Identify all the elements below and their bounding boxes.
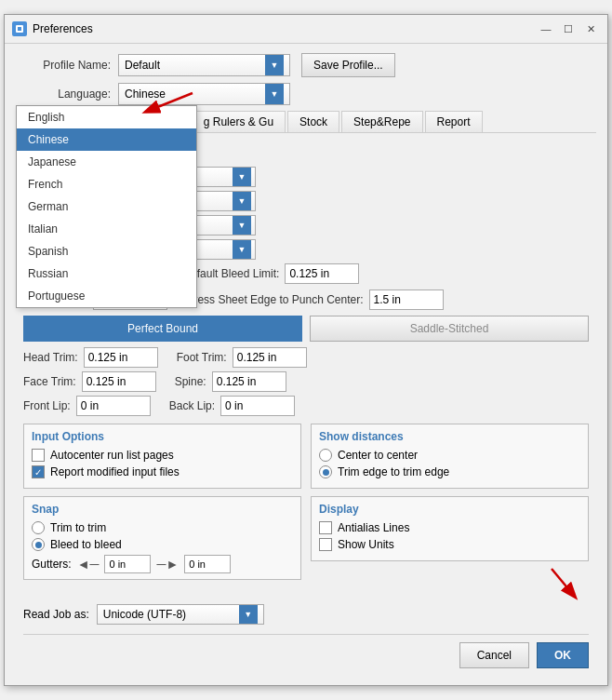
front-lip-input[interactable] [76, 396, 151, 416]
autocenter-label: Autocenter run list pages [50, 449, 174, 462]
report-modified-checkbox[interactable] [32, 465, 45, 478]
ok-arrow-area [311, 569, 589, 597]
bleed-limit-item: Default Bleed Limit: [182, 263, 359, 284]
tab-report[interactable]: Report [425, 111, 483, 132]
antialias-row: Antialias Lines [319, 521, 580, 534]
foot-trim-item: Foot Trim: [177, 347, 307, 368]
antialias-label: Antialias Lines [338, 521, 409, 534]
profile-dropdown-arrow: ▼ [265, 55, 284, 75]
maximize-button[interactable]: ☐ [559, 20, 578, 37]
svg-rect-1 [18, 27, 21, 31]
face-spine-row: Face Trim: Spine: [23, 371, 589, 392]
trim-edge-label: Trim edge to trim edge [338, 465, 449, 478]
punch-center-label: Press Sheet Edge to Punch Center: [186, 293, 363, 306]
lang-option-german[interactable]: German [17, 195, 196, 218]
default-w-arrow: ▼ [233, 168, 251, 186]
antialias-checkbox[interactable] [319, 521, 332, 534]
head-trim-label: Head Trim: [23, 351, 78, 364]
profile-name-label: Profile Name: [16, 59, 118, 72]
input-options-title: Input Options [32, 430, 293, 443]
titlebar-left: Preferences [12, 21, 93, 36]
default-pro-arrow: ▼ [233, 240, 251, 259]
show-units-label: Show Units [338, 538, 394, 551]
gutters-label: Gutters: [32, 558, 72, 571]
close-button[interactable]: ✕ [581, 20, 600, 37]
language-label: Language: [16, 88, 118, 101]
head-foot-trim-row: Head Trim: Foot Trim: [23, 347, 589, 368]
lang-option-french[interactable]: French [17, 173, 196, 195]
punch-center-item: Press Sheet Edge to Punch Center: [186, 289, 443, 310]
show-units-checkbox[interactable] [319, 538, 332, 551]
foot-trim-input[interactable] [233, 347, 307, 368]
spine-label: Spine: [175, 375, 206, 388]
head-trim-item: Head Trim: [23, 347, 158, 368]
ok-arrow-svg [477, 559, 589, 606]
face-trim-input[interactable] [82, 371, 156, 392]
preferences-window: Preferences — ☐ ✕ Profile Name: Default … [4, 14, 608, 686]
front-back-lip-row: Front Lip: Back Lip: [23, 396, 589, 416]
minimize-button[interactable]: — [537, 20, 555, 37]
trim-edge-radio[interactable] [319, 465, 332, 478]
tab-rulers[interactable]: g Rulers & Gu [192, 111, 286, 132]
cancel-button[interactable]: Cancel [459, 642, 529, 668]
face-trim-item: Face Trim: [23, 371, 156, 392]
show-distances-title: Show distances [319, 430, 580, 443]
trim-to-trim-row: Trim to trim [32, 521, 293, 534]
bottom-sections: Input Options Autocenter run list pages … [23, 424, 589, 597]
trim-edge-row: Trim edge to trim edge [319, 465, 580, 478]
gutter-left-arrows: ◄─ [77, 557, 100, 572]
spine-input[interactable] [212, 371, 286, 392]
punch-center-input[interactable] [369, 289, 444, 310]
dialog-content: Profile Name: Default ▼ Save Profile... … [5, 44, 607, 685]
language-dropdown-arrow: ▼ [265, 84, 284, 104]
snap-group: Snap Trim to trim Bleed to bleed Gutters… [23, 496, 301, 580]
profile-name-select[interactable]: Default ▼ [118, 54, 290, 76]
read-job-row: Read Job as: Unicode (UTF-8) ▼ [23, 604, 589, 625]
gutter-right-arrows: ─► [156, 557, 179, 572]
lang-option-portuguese[interactable]: Portuguese [17, 285, 196, 307]
lang-option-japanese[interactable]: Japanese [17, 151, 196, 173]
lang-option-chinese[interactable]: Chinese [17, 128, 196, 151]
default-de-arrow: ▼ [233, 216, 251, 235]
bleed-to-bleed-radio[interactable] [32, 538, 45, 551]
language-value: Chinese [125, 88, 265, 101]
autocenter-checkbox[interactable] [32, 449, 45, 462]
center-to-center-row: Center to center [319, 449, 580, 462]
ok-button[interactable]: OK [537, 642, 589, 668]
bleed-to-bleed-label: Bleed to bleed [50, 538, 122, 551]
bottom-left: Input Options Autocenter run list pages … [23, 424, 301, 597]
binding-row: Perfect Bound Saddle-Stitched [23, 316, 589, 342]
language-select[interactable]: Chinese ▼ [118, 83, 290, 105]
bottom-right: Show distances Center to center Trim edg… [311, 424, 589, 597]
gutter-input-2[interactable] [184, 555, 231, 573]
foot-trim-label: Foot Trim: [177, 351, 227, 364]
back-lip-label: Back Lip: [169, 399, 215, 412]
lang-option-italian[interactable]: Italian [17, 218, 196, 240]
profile-name-value: Default [125, 59, 265, 72]
bleed-to-bleed-row: Bleed to bleed [32, 538, 293, 551]
trim-to-trim-label: Trim to trim [50, 521, 106, 534]
trim-to-trim-radio[interactable] [32, 521, 45, 534]
language-dropdown: English Chinese Japanese French German I… [16, 105, 197, 308]
titlebar: Preferences — ☐ ✕ [5, 15, 607, 44]
report-modified-label: Report modified input files [50, 465, 180, 478]
lang-option-russian[interactable]: Russian [17, 262, 196, 285]
svg-line-4 [552, 569, 575, 597]
back-lip-item: Back Lip: [169, 396, 295, 416]
gutter-input-1[interactable] [104, 555, 151, 573]
bleed-limit-input[interactable] [285, 263, 359, 284]
saddle-stitched-button[interactable]: Saddle-Stitched [310, 316, 589, 342]
lang-option-spanish[interactable]: Spanish [17, 240, 196, 262]
head-trim-input[interactable] [84, 347, 158, 368]
lang-option-english[interactable]: English [17, 106, 196, 128]
save-profile-button[interactable]: Save Profile... [301, 53, 395, 77]
report-modified-row: Report modified input files [32, 465, 293, 478]
tab-stock[interactable]: Stock [287, 111, 339, 132]
perfect-bound-button[interactable]: Perfect Bound [23, 316, 302, 342]
center-to-center-radio[interactable] [319, 449, 332, 462]
read-job-select[interactable]: Unicode (UTF-8) ▼ [97, 604, 264, 625]
app-icon [12, 21, 27, 36]
back-lip-input[interactable] [220, 396, 295, 416]
tab-step-repe[interactable]: Step&Repe [341, 111, 422, 132]
show-distances-group: Show distances Center to center Trim edg… [311, 424, 589, 489]
